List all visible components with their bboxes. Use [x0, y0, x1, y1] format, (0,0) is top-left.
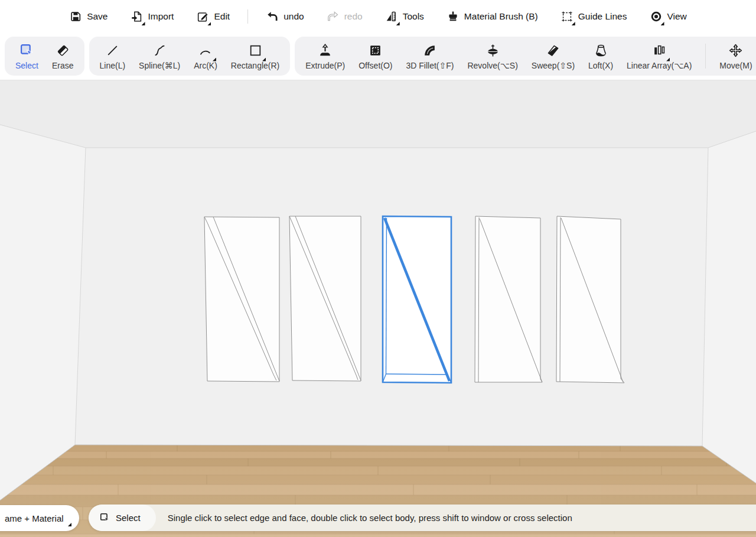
status-hint-text: Single click to select edge and face, do…	[168, 513, 572, 523]
line-icon	[103, 43, 121, 59]
view-button[interactable]: View	[650, 10, 687, 23]
undo-label: undo	[284, 11, 304, 22]
line-tool[interactable]: Line(L)	[100, 43, 126, 70]
arc-tool[interactable]: Arc(K)	[194, 43, 217, 70]
revolve-tool-label: Revolve(⌥S)	[467, 61, 517, 70]
rectangle-tool-label: Rectangle(R)	[231, 61, 279, 70]
select-tool-label: Select	[15, 61, 38, 70]
guide-lines-icon	[561, 10, 573, 23]
scene-svg	[0, 80, 756, 537]
sweep-icon	[544, 43, 562, 59]
fillet-3d-icon	[421, 43, 439, 59]
line-tool-label: Line(L)	[100, 61, 126, 70]
tools-button[interactable]: Tools	[385, 10, 424, 23]
panel-3-selected[interactable]	[383, 216, 451, 383]
fillet-3d-tool-label: 3D Fillet(⇧F)	[406, 61, 454, 70]
erase-tool-label: Erase	[52, 61, 74, 70]
undo-button[interactable]: undo	[266, 10, 304, 23]
status-bar: Select Single click to select edge and f…	[89, 505, 756, 531]
loft-tool[interactable]: Loft(X)	[588, 43, 613, 70]
redo-label: redo	[344, 11, 363, 22]
view-label: View	[667, 11, 687, 22]
revolve-tool[interactable]: Revolve(⌥S)	[467, 43, 517, 70]
select-cursor-icon	[18, 43, 35, 59]
menu-bar: Save Import Edit undo redo Tools	[0, 0, 756, 33]
dropdown-corner-icon	[666, 58, 670, 61]
extrude-icon	[317, 43, 334, 59]
select-cursor-icon	[99, 512, 110, 523]
menu-separator	[247, 9, 248, 24]
offset-tool[interactable]: Offset(O)	[359, 43, 392, 70]
save-label: Save	[87, 11, 107, 22]
import-button[interactable]: Import	[131, 10, 174, 23]
tools-label: Tools	[403, 11, 424, 22]
erase-tool[interactable]: Erase	[52, 43, 74, 70]
active-mode-chip[interactable]: Select	[89, 505, 156, 531]
panel-4[interactable]	[475, 216, 542, 382]
panel-5[interactable]	[556, 216, 624, 383]
rectangle-tool[interactable]: Rectangle(R)	[231, 43, 279, 70]
dropdown-corner-icon	[68, 523, 71, 526]
edit-icon	[196, 10, 209, 23]
spline-tool[interactable]: Spline(⌘L)	[139, 43, 180, 70]
move-tool-label: Move(M)	[719, 61, 752, 70]
material-preset-button[interactable]: ame + Material	[0, 505, 79, 531]
offset-tool-label: Offset(O)	[359, 61, 392, 70]
save-icon	[69, 10, 82, 23]
save-button[interactable]: Save	[69, 10, 107, 23]
redo-button[interactable]: redo	[327, 10, 363, 23]
sketch-tool-group: Line(L) Spline(⌘L) Arc(K) Rectangle(R)	[89, 37, 291, 76]
material-brush-button[interactable]: Material Brush (B)	[447, 10, 538, 23]
linear-array-icon	[650, 43, 668, 59]
ceiling	[0, 80, 756, 148]
offset-icon	[367, 43, 384, 59]
linear-array-tool-label: Linear Array(⌥A)	[627, 61, 692, 70]
material-brush-icon	[447, 10, 460, 23]
revolve-icon	[484, 43, 501, 59]
import-label: Import	[148, 11, 174, 22]
eraser-icon	[54, 43, 71, 59]
toolbar-separator	[705, 44, 706, 69]
extrude-tool-label: Extrude(P)	[305, 61, 345, 70]
arc-tool-label: Arc(K)	[194, 61, 217, 70]
select-tool[interactable]: Select	[15, 43, 38, 70]
ribbon-toolbar: Select Erase Line(L) Spline(⌘L)	[0, 33, 756, 80]
fillet-3d-tool[interactable]: 3D Fillet(⇧F)	[406, 43, 454, 70]
panel-1[interactable]	[204, 217, 279, 382]
right-wall	[702, 131, 756, 483]
rectangle-icon	[246, 43, 264, 59]
move-icon	[727, 43, 745, 59]
model-tool-group: Extrude(P) Offset(O) 3D Fillet(⇧F) Revol…	[295, 37, 756, 76]
tools-icon	[385, 10, 398, 23]
select-tool-group: Select Erase	[5, 37, 84, 76]
active-mode-label: Select	[116, 513, 141, 523]
spline-tool-label: Spline(⌘L)	[139, 61, 180, 70]
left-wall	[0, 125, 86, 500]
guide-lines-label: Guide Lines	[578, 11, 627, 22]
panel-2[interactable]	[289, 216, 361, 381]
guide-lines-button[interactable]: Guide Lines	[561, 10, 627, 23]
viewport-3d[interactable]	[0, 80, 756, 537]
move-tool[interactable]: Move(M)	[719, 43, 752, 70]
arc-icon	[197, 43, 214, 59]
sweep-tool[interactable]: Sweep(⇧S)	[532, 43, 575, 70]
view-icon	[650, 10, 663, 23]
material-preset-label: ame + Material	[5, 513, 64, 523]
undo-icon	[266, 10, 279, 23]
extrude-tool[interactable]: Extrude(P)	[305, 43, 345, 70]
import-icon	[131, 10, 144, 23]
loft-icon	[592, 43, 610, 59]
edit-label: Edit	[214, 11, 230, 22]
app-window: { "menu_bar": { "items": [ {"label": "Sa…	[0, 0, 756, 537]
edit-button[interactable]: Edit	[196, 10, 230, 23]
loft-tool-label: Loft(X)	[588, 61, 613, 70]
redo-icon	[327, 10, 340, 23]
material-brush-label: Material Brush (B)	[464, 11, 538, 22]
linear-array-tool[interactable]: Linear Array(⌥A)	[627, 43, 692, 70]
sweep-tool-label: Sweep(⇧S)	[532, 61, 575, 70]
spline-icon	[151, 43, 168, 59]
